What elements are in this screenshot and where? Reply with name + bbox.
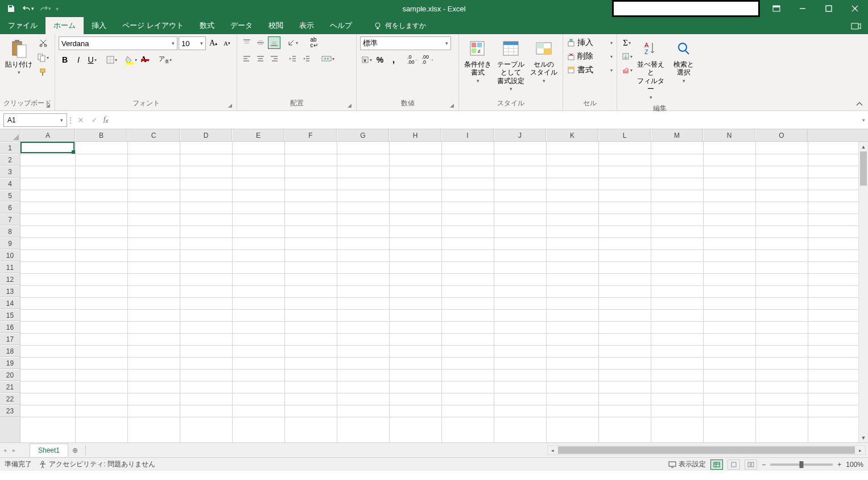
find-select-button[interactable]: 検索と 選択▾ — [668, 36, 699, 87]
cut-icon[interactable] — [36, 36, 49, 49]
decrease-font-icon[interactable]: A▾ — [221, 37, 233, 50]
increase-indent-icon[interactable] — [300, 52, 312, 65]
accounting-format-icon[interactable]: ¥▾ — [360, 54, 373, 66]
row-header-7[interactable]: 7 — [0, 214, 20, 225]
dialog-launcher-icon[interactable]: ◢ — [348, 102, 352, 108]
row-header-3[interactable]: 3 — [0, 166, 20, 178]
orientation-icon[interactable]: ▾ — [286, 36, 299, 49]
clear-icon[interactable]: ▾ — [621, 64, 633, 76]
align-right-icon[interactable] — [268, 52, 280, 65]
view-page-layout-icon[interactable] — [728, 460, 740, 470]
italic-button[interactable]: I — [72, 54, 85, 66]
row-header-14[interactable]: 14 — [0, 297, 20, 309]
cells-area[interactable] — [20, 142, 868, 442]
display-settings-button[interactable]: 表示設定 — [668, 460, 706, 469]
row-header-15[interactable]: 15 — [0, 309, 20, 321]
zoom-level[interactable]: 100% — [846, 461, 863, 469]
active-cell-a1[interactable] — [20, 142, 75, 153]
row-header-1[interactable]: 1 — [0, 142, 20, 154]
collapse-ribbon-icon[interactable] — [855, 101, 863, 107]
cell-styles-button[interactable]: セルの スタイル▾ — [528, 36, 559, 87]
qat-dropdown-icon[interactable]: ▾ — [56, 6, 59, 12]
share-icon[interactable] — [851, 22, 861, 31]
row-header-2[interactable]: 2 — [0, 154, 20, 166]
expand-formula-icon[interactable]: ▾ — [859, 117, 868, 123]
font-size-combo[interactable]: 10▾ — [179, 36, 206, 50]
row-header-20[interactable]: 20 — [0, 369, 20, 381]
column-header-J[interactable]: J — [494, 129, 546, 141]
zoom-out-button[interactable]: − — [762, 461, 766, 469]
maximize-icon[interactable] — [816, 0, 842, 17]
column-header-E[interactable]: E — [232, 129, 284, 141]
scroll-left-icon[interactable]: ◂ — [548, 448, 557, 453]
view-page-break-icon[interactable] — [745, 460, 757, 470]
column-header-M[interactable]: M — [651, 129, 703, 141]
enter-formula-icon[interactable]: ✓ — [88, 113, 101, 127]
font-name-combo[interactable]: Verdana▾ — [59, 36, 177, 50]
dialog-launcher-icon[interactable]: ◢ — [450, 102, 454, 108]
view-normal-icon[interactable] — [710, 460, 723, 470]
paste-button[interactable]: 貼り付け ▾ — [3, 36, 34, 78]
align-bottom-icon[interactable] — [268, 36, 280, 49]
tab-ページ レイアウト[interactable]: ページ レイアウト — [114, 17, 192, 34]
row-header-17[interactable]: 17 — [0, 333, 20, 345]
font-color-icon[interactable]: A▾ — [139, 54, 151, 66]
conditional-formatting-button[interactable]: ≠ 条件付き 書式▾ — [462, 36, 493, 87]
increase-decimal-icon[interactable]: .0.00← — [407, 54, 420, 66]
undo-icon[interactable]: ▾ — [22, 2, 34, 15]
wrap-text-button[interactable]: abc↵ — [304, 36, 324, 49]
vertical-scrollbar[interactable]: ▲ ▼ — [858, 142, 868, 442]
accessibility-status[interactable]: アクセシビリティ: 問題ありません — [39, 460, 155, 469]
fill-icon[interactable]: ▾ — [621, 50, 633, 63]
tell-me-search[interactable]: 何をしますか — [369, 18, 431, 34]
ribbon-display-icon[interactable] — [763, 0, 790, 17]
align-top-icon[interactable] — [241, 36, 253, 49]
tab-split-handle[interactable] — [85, 446, 89, 455]
column-header-I[interactable]: I — [441, 129, 494, 141]
tab-表示[interactable]: 表示 — [291, 17, 322, 34]
row-header-12[interactable]: 12 — [0, 273, 20, 285]
select-all-button[interactable] — [0, 129, 20, 141]
column-header-C[interactable]: C — [127, 129, 180, 141]
scroll-up-icon[interactable]: ▲ — [859, 142, 868, 151]
align-left-icon[interactable] — [241, 52, 253, 65]
tab-数式[interactable]: 数式 — [192, 17, 222, 34]
row-header-8[interactable]: 8 — [0, 225, 20, 237]
tab-ファイル[interactable]: ファイル — [0, 17, 46, 34]
format-as-table-button[interactable]: テーブルとして 書式設定▾ — [495, 36, 526, 95]
dialog-launcher-icon[interactable]: ◢ — [46, 102, 50, 108]
close-icon[interactable] — [842, 0, 868, 17]
new-sheet-icon[interactable]: ⊕ — [68, 446, 82, 454]
align-center-icon[interactable] — [254, 52, 267, 65]
scrollbar-thumb[interactable] — [860, 151, 867, 186]
insert-cells-button[interactable]: 挿入▾ — [567, 36, 613, 49]
format-painter-icon[interactable] — [36, 66, 49, 79]
column-header-F[interactable]: F — [284, 129, 337, 141]
fx-icon[interactable]: fx — [104, 115, 108, 124]
row-header-6[interactable]: 6 — [0, 202, 20, 214]
borders-icon[interactable]: ▾ — [105, 54, 118, 66]
underline-button[interactable]: U▾ — [86, 54, 98, 66]
sheet-nav-next-icon[interactable]: ▸ — [9, 447, 18, 453]
zoom-slider[interactable] — [770, 463, 833, 466]
scrollbar-thumb[interactable] — [558, 446, 855, 454]
tab-校閲[interactable]: 校閲 — [261, 17, 291, 34]
percent-icon[interactable]: % — [374, 54, 386, 66]
align-middle-icon[interactable] — [254, 36, 267, 49]
column-header-L[interactable]: L — [598, 129, 651, 141]
row-header-16[interactable]: 16 — [0, 321, 20, 333]
comma-icon[interactable]: , — [387, 54, 400, 66]
phonetic-icon[interactable]: ア亜▾ — [158, 54, 172, 66]
name-box[interactable]: A1▾ — [3, 113, 67, 127]
tab-挿入[interactable]: 挿入 — [84, 17, 114, 34]
tab-ホーム[interactable]: ホーム — [46, 17, 84, 34]
zoom-slider-thumb[interactable] — [800, 461, 804, 468]
row-header-21[interactable]: 21 — [0, 381, 20, 393]
autosum-icon[interactable]: Σ▾ — [621, 36, 633, 49]
merge-center-icon[interactable]: ▾ — [318, 52, 337, 65]
decrease-indent-icon[interactable] — [286, 52, 299, 65]
row-header-23[interactable]: 23 — [0, 405, 20, 417]
column-header-K[interactable]: K — [546, 129, 598, 141]
row-header-4[interactable]: 4 — [0, 178, 20, 190]
scroll-right-icon[interactable]: ▸ — [855, 448, 865, 453]
